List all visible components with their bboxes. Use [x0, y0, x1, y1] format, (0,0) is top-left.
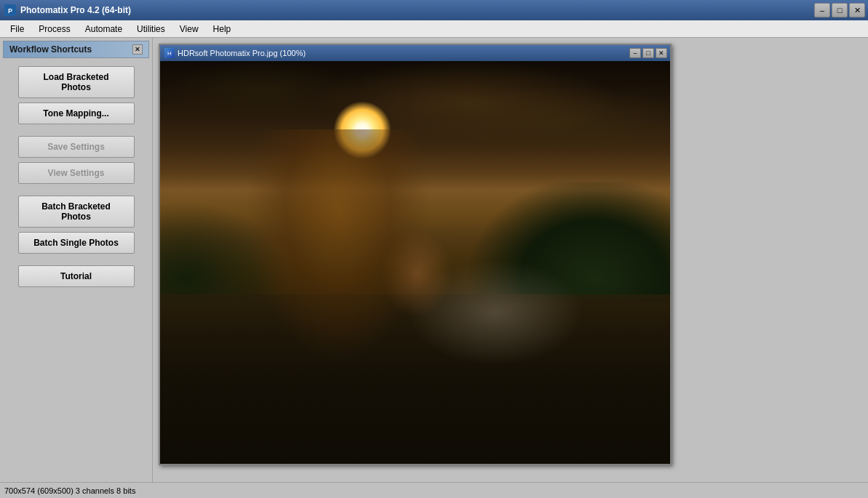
- menu-file[interactable]: File: [3, 22, 31, 36]
- hdr-photo: [160, 61, 670, 464]
- load-bracketed-button[interactable]: Load Bracketed Photos: [18, 66, 135, 98]
- close-button[interactable]: ✕: [849, 3, 865, 17]
- image-window-titlebar: H HDRsoft Photomatix Pro.jpg (100%) – □ …: [160, 45, 670, 61]
- sidebar-close-button[interactable]: ✕: [132, 44, 143, 55]
- tone-mapping-button[interactable]: Tone Mapping...: [18, 103, 135, 124]
- image-minimize-button[interactable]: –: [629, 48, 641, 58]
- menu-bar: File Process Automate Utilities View Hel…: [0, 20, 868, 38]
- save-settings-button[interactable]: Save Settings: [18, 136, 135, 158]
- menu-automate[interactable]: Automate: [78, 22, 130, 36]
- batch-single-button[interactable]: Batch Single Photos: [18, 232, 135, 254]
- menu-utilities[interactable]: Utilities: [130, 22, 172, 36]
- menu-view[interactable]: View: [172, 22, 206, 36]
- image-window[interactable]: H HDRsoft Photomatix Pro.jpg (100%) – □ …: [159, 44, 672, 465]
- separator-3: [3, 256, 149, 263]
- app-title: Photomatix Pro 4.2 (64-bit): [20, 5, 131, 15]
- app-icon: P: [4, 4, 16, 16]
- window-controls: – □ ✕: [814, 3, 865, 17]
- image-window-title: HDRsoft Photomatix Pro.jpg (100%): [178, 49, 306, 57]
- batch-bracketed-button[interactable]: Batch Bracketed Photos: [18, 196, 135, 228]
- svg-text:P: P: [8, 7, 12, 15]
- minimize-button[interactable]: –: [814, 3, 830, 17]
- image-window-controls: – □ ✕: [629, 48, 667, 58]
- sidebar: Workflow Shortcuts ✕ Load Bracketed Phot…: [0, 38, 153, 482]
- image-close-button[interactable]: ✕: [656, 48, 667, 58]
- view-settings-button[interactable]: View Settings: [18, 162, 135, 184]
- image-content: [160, 61, 670, 464]
- status-text: 700x574 (609x500) 3 channels 8 bits: [4, 486, 135, 495]
- separator-2: [3, 186, 149, 193]
- maximize-button[interactable]: □: [832, 3, 848, 17]
- separator-1: [3, 126, 149, 134]
- status-bar: 700x574 (609x500) 3 channels 8 bits: [0, 482, 868, 498]
- tutorial-button[interactable]: Tutorial: [18, 265, 135, 287]
- main-layout: Workflow Shortcuts ✕ Load Bracketed Phot…: [0, 38, 868, 482]
- menu-help[interactable]: Help: [206, 22, 239, 36]
- image-maximize-button[interactable]: □: [642, 48, 654, 58]
- title-bar: P Photomatix Pro 4.2 (64-bit) – □ ✕: [0, 0, 868, 20]
- sidebar-header: Workflow Shortcuts ✕: [3, 41, 149, 58]
- image-window-icon: H: [164, 48, 175, 58]
- menu-process[interactable]: Process: [31, 22, 77, 36]
- content-area: H HDRsoft Photomatix Pro.jpg (100%) – □ …: [153, 38, 868, 482]
- figure-layer: [201, 129, 594, 391]
- sidebar-title: Workflow Shortcuts: [9, 44, 92, 55]
